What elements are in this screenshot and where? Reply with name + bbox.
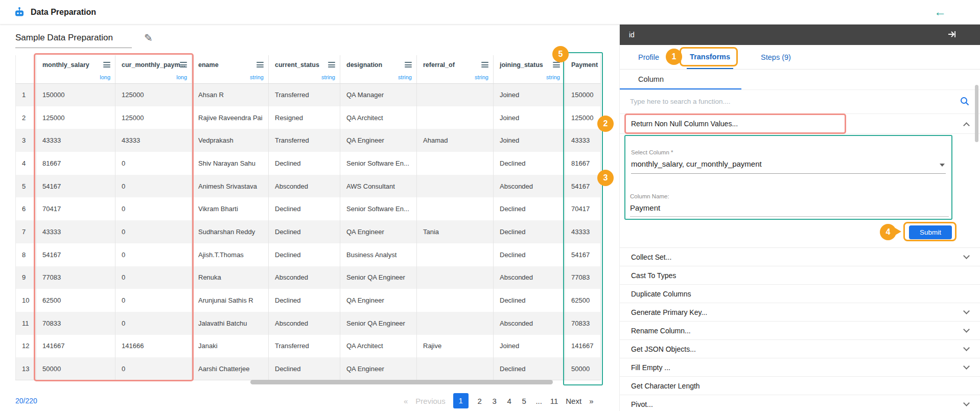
row-number-cell[interactable]: 10: [16, 289, 36, 312]
table-cell[interactable]: Tania: [417, 220, 494, 243]
column-header-designation[interactable]: designationstring: [340, 55, 417, 83]
table-cell[interactable]: QA Engineer: [340, 220, 417, 243]
table-cell[interactable]: 0: [115, 266, 192, 289]
pagination-page-2[interactable]: 2: [476, 397, 483, 405]
table-cell[interactable]: Joined: [494, 106, 565, 129]
table-cell[interactable]: AWS Consultant: [340, 175, 417, 198]
table-cell[interactable]: [417, 106, 494, 129]
table-cell[interactable]: 141666: [115, 335, 192, 358]
table-cell[interactable]: [417, 357, 494, 380]
column-menu-icon[interactable]: [481, 62, 488, 69]
table-cell[interactable]: Arunjunai Sathis R: [192, 289, 269, 312]
table-cell[interactable]: Ajish.T.Thomas: [192, 243, 269, 266]
table-cell[interactable]: Aarshi Chatterjee: [192, 357, 269, 380]
table-cell[interactable]: 125000: [115, 106, 192, 129]
table-cell[interactable]: 150000: [36, 83, 115, 106]
tab-transforms[interactable]: Transforms: [687, 45, 733, 69]
column-header-cur_monthly_paym...[interactable]: cur_monthly_paym...long: [115, 55, 192, 83]
column-header-current_status[interactable]: current_statusstring: [269, 55, 340, 83]
column-name-input[interactable]: Payment: [630, 203, 949, 217]
table-cell[interactable]: QA Architect: [340, 335, 417, 358]
column-header-referral_of[interactable]: referral_ofstring: [417, 55, 494, 83]
table-cell[interactable]: 70417: [36, 197, 115, 220]
table-cell[interactable]: 43333: [565, 129, 601, 152]
table-cell[interactable]: Absconded: [269, 266, 340, 289]
row-number-cell[interactable]: 6: [16, 197, 36, 220]
table-cell[interactable]: 50000: [565, 357, 601, 380]
row-number-cell[interactable]: 4: [16, 152, 36, 175]
table-cell[interactable]: 70833: [36, 312, 115, 335]
row-number-cell[interactable]: 9: [16, 266, 36, 289]
row-number-cell[interactable]: 5: [16, 175, 36, 198]
table-cell[interactable]: 125000: [115, 83, 192, 106]
table-cell[interactable]: Sudharshan Reddy: [192, 220, 269, 243]
table-cell[interactable]: Declined: [269, 289, 340, 312]
table-cell[interactable]: Business Analyst: [340, 243, 417, 266]
table-cell[interactable]: Senior Software En...: [340, 197, 417, 220]
table-cell[interactable]: [417, 152, 494, 175]
table-cell[interactable]: 43333: [36, 220, 115, 243]
table-cell[interactable]: Senior QA Engineer: [340, 266, 417, 289]
function-item[interactable]: Get Character Length: [620, 377, 980, 395]
pagination-page-11[interactable]: 11: [550, 397, 558, 405]
table-cell[interactable]: 125000: [36, 106, 115, 129]
table-cell[interactable]: 150000: [565, 83, 601, 106]
table-cell[interactable]: Rajive Raveendra Pai: [192, 106, 269, 129]
row-number-cell[interactable]: 8: [16, 243, 36, 266]
table-cell[interactable]: QA Engineer: [340, 289, 417, 312]
table-cell[interactable]: 0: [115, 220, 192, 243]
table-cell[interactable]: 70833: [565, 312, 601, 335]
table-cell[interactable]: Declined: [494, 220, 565, 243]
table-cell[interactable]: 141667: [36, 335, 115, 358]
table-cell[interactable]: Declined: [494, 152, 565, 175]
column-header-monthly_salary[interactable]: monthly_salarylong: [36, 55, 115, 83]
table-cell[interactable]: Declined: [494, 243, 565, 266]
table-cell[interactable]: Transferred: [269, 83, 340, 106]
table-cell[interactable]: 0: [115, 289, 192, 312]
table-cell[interactable]: Transferred: [269, 129, 340, 152]
tab-steps[interactable]: Steps (9): [758, 45, 794, 69]
row-number-cell[interactable]: 3: [16, 129, 36, 152]
table-cell[interactable]: 54167: [36, 243, 115, 266]
table-cell[interactable]: 70417: [565, 197, 601, 220]
table-cell[interactable]: [417, 197, 494, 220]
row-number-cell[interactable]: 13: [16, 357, 36, 380]
column-menu-icon[interactable]: [180, 62, 187, 69]
table-cell[interactable]: Joined: [494, 335, 565, 358]
table-cell[interactable]: Renuka: [192, 266, 269, 289]
table-cell[interactable]: 50000: [36, 357, 115, 380]
table-cell[interactable]: Declined: [494, 197, 565, 220]
function-item[interactable]: Collect Set...: [620, 248, 980, 266]
pagination-page-1[interactable]: 1: [453, 393, 469, 408]
row-number-cell[interactable]: 11: [16, 312, 36, 335]
table-cell[interactable]: 54167: [36, 175, 115, 198]
pagination-next[interactable]: Next: [566, 397, 581, 405]
pagination-first[interactable]: «: [404, 397, 408, 405]
table-cell[interactable]: Declined: [494, 357, 565, 380]
table-cell[interactable]: Absconded: [269, 312, 340, 335]
table-cell[interactable]: Animesh Srivastava: [192, 175, 269, 198]
horizontal-scrollbar[interactable]: [250, 380, 553, 384]
table-cell[interactable]: Declined: [269, 152, 340, 175]
function-item[interactable]: Rename Column...: [620, 322, 980, 340]
column-menu-icon[interactable]: [405, 62, 412, 69]
table-cell[interactable]: Declined: [269, 243, 340, 266]
edit-pencil-icon[interactable]: ✎: [144, 32, 153, 44]
table-cell[interactable]: 62500: [36, 289, 115, 312]
table-cell[interactable]: 43333: [36, 129, 115, 152]
table-cell[interactable]: [417, 312, 494, 335]
pagination-previous[interactable]: Previous: [415, 397, 445, 405]
table-cell[interactable]: 62500: [565, 289, 601, 312]
table-cell[interactable]: QA Architect: [340, 106, 417, 129]
collapse-panel-icon[interactable]: [947, 29, 957, 41]
table-cell[interactable]: 125000: [565, 106, 601, 129]
table-cell[interactable]: QA Engineer: [340, 129, 417, 152]
function-item[interactable]: Pivot...: [620, 395, 980, 411]
table-cell[interactable]: 141667: [565, 335, 601, 358]
table-cell[interactable]: Declined: [269, 220, 340, 243]
table-cell[interactable]: [417, 83, 494, 106]
row-number-cell[interactable]: 1: [16, 83, 36, 106]
column-menu-icon[interactable]: [103, 62, 110, 69]
pagination-last[interactable]: »: [589, 397, 593, 405]
table-cell[interactable]: Transferred: [269, 335, 340, 358]
